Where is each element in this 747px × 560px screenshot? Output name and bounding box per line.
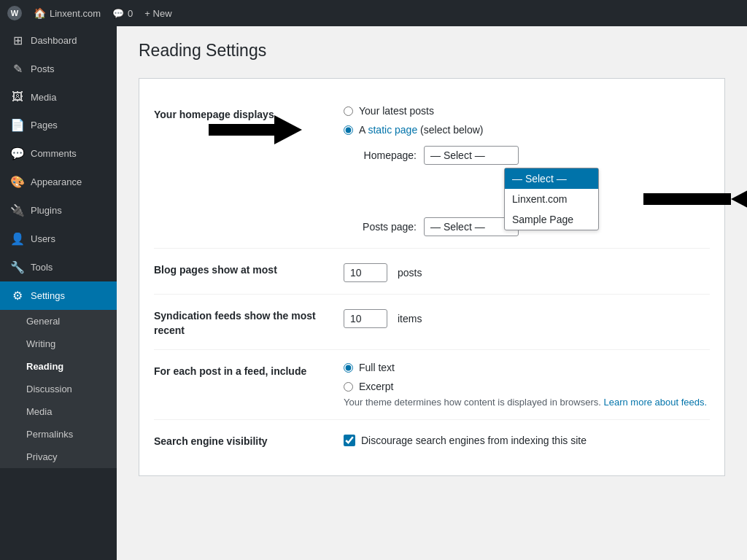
syndication-suffix: items [398, 313, 422, 324]
sidebar-item-pages[interactable]: 📄 Pages [0, 111, 117, 139]
syndication-row: Syndication feeds show the most recent i… [154, 295, 710, 350]
syndication-control: items [344, 306, 710, 328]
sidebar-item-appearance[interactable]: 🎨 Appearance [0, 168, 117, 196]
radio-full-text[interactable]: Full text [344, 362, 710, 373]
sidebar-item-settings[interactable]: ⚙ Settings [0, 281, 117, 310]
feed-help-text-content: Your theme determines how content is dis… [344, 397, 601, 408]
homepage-displays-control: Your latest posts [344, 105, 710, 236]
admin-bar-new[interactable]: + New [144, 8, 171, 19]
pages-icon: 📄 [10, 118, 25, 132]
radio-static-page-input[interactable] [344, 125, 353, 135]
submenu-permalinks-label: Permalinks [26, 429, 73, 440]
sidebar-item-dashboard[interactable]: ⊞ Dashboard [0, 26, 117, 55]
dropdown-option-linxent[interactable]: Linxent.com [505, 189, 598, 209]
submenu-privacy-label: Privacy [26, 451, 58, 462]
content-area: Reading Settings Your homepage displays … [117, 26, 747, 560]
sidebar-item-label: Pages [31, 120, 58, 131]
sidebar: ⊞ Dashboard ✎ Posts 🖼 Media 📄 Pages 💬 Co… [0, 26, 117, 560]
sidebar-item-label: Settings [31, 290, 65, 301]
search-engine-checkbox[interactable] [344, 435, 355, 446]
comment-icon: 💬 [112, 8, 124, 19]
posts-icon: ✎ [10, 62, 25, 76]
media-icon: 🖼 [10, 90, 25, 104]
sidebar-item-label: Plugins [31, 205, 62, 216]
submenu-media-label: Media [26, 406, 52, 417]
radio-static-page-text: A static page (select below) [359, 124, 483, 136]
submenu-reading[interactable]: Reading [0, 355, 117, 378]
sidebar-item-label: Tools [31, 262, 53, 273]
syndication-input[interactable] [344, 309, 387, 328]
dropdown-option-sample[interactable]: Sample Page [505, 209, 598, 230]
radio-latest-posts-label: Your latest posts [359, 105, 434, 117]
arrow-shaft-right [643, 193, 731, 205]
settings-table: Your homepage displays Your latest posts [139, 78, 725, 476]
page-title: Reading Settings [139, 41, 725, 61]
admin-bar-comments-count: 0 [128, 8, 133, 19]
submenu-discussion-label: Discussion [26, 384, 72, 394]
sidebar-item-label: Appearance [31, 176, 82, 187]
homepage-dropdown-label: Homepage: [344, 149, 417, 161]
sidebar-item-users[interactable]: 👤 Users [0, 225, 117, 253]
feed-help-text: Your theme determines how content is dis… [344, 397, 710, 408]
homepage-displays-row: Your homepage displays Your latest posts [154, 93, 710, 249]
search-engine-label: Search engine visibility [154, 432, 344, 449]
static-page-link[interactable]: static page [368, 124, 417, 136]
blog-pages-input[interactable] [344, 263, 387, 282]
radio-latest-posts-input[interactable] [344, 106, 353, 116]
submenu-general[interactable]: General [0, 310, 117, 332]
sidebar-item-media[interactable]: 🖼 Media [0, 83, 117, 111]
sidebar-item-label: Posts [31, 63, 55, 74]
feed-control: Full text Excerpt Your theme determines … [344, 362, 710, 408]
static-page-suffix: (select below) [417, 124, 483, 136]
main-layout: ⊞ Dashboard ✎ Posts 🖼 Media 📄 Pages 💬 Co… [0, 26, 747, 560]
radio-full-text-input[interactable] [344, 363, 353, 373]
syndication-label: Syndication feeds show the most recent [154, 306, 344, 338]
sidebar-item-label: Dashboard [31, 35, 77, 46]
feed-row: For each post in a feed, include Full te… [154, 350, 710, 420]
dropdown-area: Homepage: — Select — Linxent.com Sample … [344, 146, 710, 236]
homepage-select[interactable]: — Select — Linxent.com Sample Page [424, 146, 519, 165]
settings-submenu: General Writing Reading Discussion Media… [0, 310, 117, 468]
arrow-head-left [731, 184, 747, 214]
comments-icon: 💬 [10, 147, 25, 160]
tools-icon: 🔧 [10, 260, 25, 274]
radio-excerpt-input[interactable] [344, 382, 353, 392]
static-page-prefix: A [359, 124, 368, 136]
submenu-privacy[interactable]: Privacy [0, 446, 117, 468]
homepage-dropdown-row: Homepage: — Select — Linxent.com Sample … [344, 146, 710, 165]
feed-radio-group: Full text Excerpt [344, 362, 710, 392]
radio-latest-posts[interactable]: Your latest posts [344, 105, 710, 117]
submenu-writing[interactable]: Writing [0, 332, 117, 355]
submenu-writing-label: Writing [26, 338, 55, 349]
submenu-media[interactable]: Media [0, 400, 117, 423]
right-arrow-annotation [643, 184, 747, 214]
admin-bar-site[interactable]: 🏠 Linxent.com [34, 7, 101, 19]
radio-excerpt-label: Excerpt [359, 381, 393, 392]
admin-bar-comments[interactable]: 💬 0 [112, 8, 133, 19]
search-engine-row: Search engine visibility Discourage sear… [154, 420, 710, 461]
dropdown-option-select[interactable]: — Select — [505, 168, 598, 189]
blog-pages-row: Blog pages show at most posts [154, 249, 710, 295]
arrow-shaft [209, 124, 274, 136]
static-page-row: A static page (select below) [344, 124, 710, 136]
arrow-head [274, 115, 302, 144]
radio-static-page[interactable]: A static page (select below) [344, 124, 483, 136]
left-arrow-annotation [209, 115, 302, 144]
sidebar-item-tools[interactable]: 🔧 Tools [0, 253, 117, 281]
learn-more-link[interactable]: Learn more about feeds. [604, 397, 708, 408]
home-icon: 🏠 [34, 7, 46, 19]
plugins-icon: 🔌 [10, 203, 25, 217]
wp-logo-icon[interactable]: W [7, 6, 22, 20]
search-engine-checkbox-label[interactable]: Discourage search engines from indexing … [344, 435, 710, 446]
sidebar-item-plugins[interactable]: 🔌 Plugins [0, 196, 117, 225]
sidebar-item-posts[interactable]: ✎ Posts [0, 55, 117, 83]
submenu-permalinks[interactable]: Permalinks [0, 423, 117, 446]
sidebar-item-comments[interactable]: 💬 Comments [0, 139, 117, 168]
homepage-select-wrapper: — Select — Linxent.com Sample Page — Sel… [424, 146, 519, 165]
appearance-icon: 🎨 [10, 175, 25, 189]
blog-pages-label: Blog pages show at most [154, 260, 344, 278]
users-icon: 👤 [10, 232, 25, 246]
submenu-discussion[interactable]: Discussion [0, 378, 117, 400]
feed-label: For each post in a feed, include [154, 362, 344, 379]
radio-excerpt[interactable]: Excerpt [344, 381, 710, 392]
